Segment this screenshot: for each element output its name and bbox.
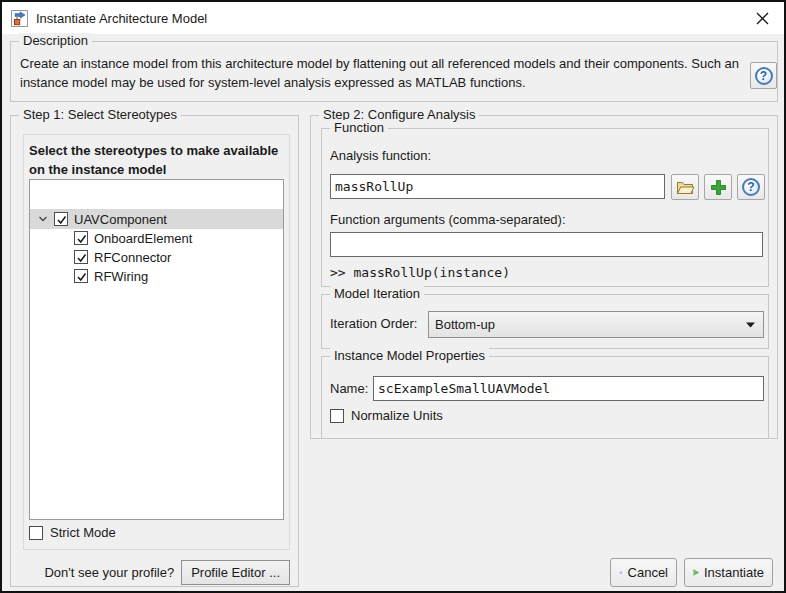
- strict-mode-label: Strict Mode: [50, 525, 116, 540]
- chevron-down-icon[interactable]: [38, 214, 48, 224]
- run-play-icon: [693, 563, 699, 582]
- description-help-button[interactable]: ?: [750, 62, 777, 89]
- help-icon: ?: [742, 178, 760, 196]
- checkbox-rfwiring[interactable]: [74, 269, 88, 283]
- strict-mode-row: Strict Mode: [29, 525, 116, 540]
- checkmark-icon: [75, 270, 89, 284]
- app-icon: [11, 10, 28, 27]
- checkmark-icon: [75, 251, 89, 265]
- checkbox-onboardelement[interactable]: [74, 231, 88, 245]
- strict-mode-checkbox[interactable]: [29, 526, 43, 540]
- stereotype-instruction: Select the stereotypes to make available…: [29, 141, 285, 179]
- checkmark-icon: [55, 213, 69, 227]
- help-icon: ?: [755, 67, 773, 85]
- function-arguments-label: Function arguments (comma-separated):: [330, 212, 566, 227]
- function-arguments-input[interactable]: [330, 232, 763, 257]
- close-button[interactable]: [748, 5, 776, 31]
- cancel-button[interactable]: Cancel: [610, 558, 677, 587]
- profile-row: Don't see your profile? Profile Editor .…: [11, 560, 290, 585]
- close-icon: [756, 12, 769, 25]
- description-group: Description Create an instance model fro…: [10, 41, 778, 102]
- checkbox-rfconnector[interactable]: [74, 250, 88, 264]
- dropdown-caret-icon: [746, 322, 755, 328]
- checkbox-uavcomponent[interactable]: [54, 212, 68, 226]
- folder-icon: [676, 180, 695, 195]
- normalize-units-checkbox[interactable]: [330, 409, 344, 423]
- step1-legend: Step 1: Select Stereotypes: [19, 107, 181, 122]
- iteration-order-label: Iteration Order:: [330, 316, 417, 331]
- tree-row-onboardelement[interactable]: OnboardElement: [30, 228, 283, 248]
- instance-model-properties-group: Instance Model Properties Name: scExampl…: [321, 356, 769, 439]
- iteration-order-select[interactable]: Bottom-up: [428, 311, 764, 338]
- analysis-function-label: Analysis function:: [330, 148, 431, 163]
- iteration-order-value: Bottom-up: [435, 317, 746, 332]
- normalize-units-row: Normalize Units: [330, 408, 443, 423]
- tree-label: OnboardElement: [94, 231, 192, 246]
- profile-prompt: Don't see your profile?: [44, 565, 174, 580]
- profile-editor-button[interactable]: Profile Editor ...: [181, 560, 290, 585]
- add-function-button[interactable]: [704, 174, 732, 200]
- function-group: Function Analysis function: massRollUp ?…: [321, 128, 769, 287]
- checkmark-icon: [75, 232, 89, 246]
- browse-function-button[interactable]: [671, 174, 699, 200]
- stereotype-tree[interactable]: UAVComponent OnboardElement RFConnector: [29, 179, 284, 520]
- tree-label: RFWiring: [94, 269, 148, 284]
- cancel-x-icon: [619, 563, 623, 582]
- tree-row-rfwiring[interactable]: RFWiring: [30, 266, 283, 286]
- instantiate-button[interactable]: Instantiate: [684, 558, 773, 587]
- function-help-button[interactable]: ?: [737, 174, 765, 200]
- tree-label: UAVComponent: [74, 212, 167, 227]
- dialog-window: Instantiate Architecture Model Descripti…: [0, 0, 786, 593]
- title-bar: Instantiate Architecture Model: [2, 2, 784, 34]
- description-text: Create an instance model from this archi…: [20, 54, 742, 92]
- window-title: Instantiate Architecture Model: [36, 11, 207, 26]
- function-legend: Function: [330, 120, 388, 135]
- description-legend: Description: [19, 33, 92, 48]
- model-iteration-legend: Model Iteration: [330, 286, 424, 301]
- tree-row-uavcomponent[interactable]: UAVComponent: [30, 209, 283, 229]
- tree-label: RFConnector: [94, 250, 171, 265]
- instance-model-legend: Instance Model Properties: [330, 348, 489, 363]
- tree-row-rfconnector[interactable]: RFConnector: [30, 247, 283, 267]
- command-preview: >> massRollUp(instance): [330, 265, 510, 280]
- instantiate-label: Instantiate: [704, 565, 764, 580]
- analysis-function-input[interactable]: massRollUp: [330, 174, 665, 199]
- name-input[interactable]: scExampleSmallUAVModel: [373, 376, 764, 401]
- cancel-label: Cancel: [628, 565, 668, 580]
- step2-group: Step 2: Configure Analysis Function Anal…: [310, 115, 778, 439]
- step1-group: Step 1: Select Stereotypes Select the st…: [10, 115, 299, 587]
- normalize-units-label: Normalize Units: [351, 408, 443, 423]
- name-label: Name:: [330, 381, 368, 396]
- step1-inner-panel: Select the stereotypes to make available…: [23, 134, 290, 550]
- plus-icon: [710, 179, 727, 196]
- model-iteration-group: Model Iteration Iteration Order: Bottom-…: [321, 294, 769, 349]
